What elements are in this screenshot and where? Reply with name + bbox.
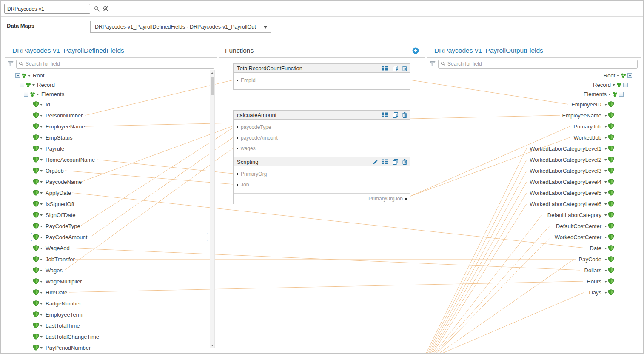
connector-dot[interactable]: [237, 126, 238, 128]
chevron-down-icon[interactable]: [604, 126, 607, 128]
collapse-icon[interactable]: [619, 92, 624, 97]
chevron-down-icon[interactable]: [604, 159, 607, 161]
chevron-down-icon[interactable]: [40, 137, 43, 139]
field-row[interactable]: HireDate: [5, 287, 217, 298]
field-row[interactable]: DefaultCostCenter: [427, 220, 641, 231]
chevron-down-icon[interactable]: [40, 203, 43, 205]
view-steps-icon[interactable]: [382, 159, 388, 164]
field-row[interactable]: SignOffDate: [5, 209, 217, 220]
connector-dot[interactable]: [405, 198, 407, 200]
component-search-input[interactable]: [4, 4, 90, 14]
field-row[interactable]: Payrule: [5, 143, 217, 154]
field-row[interactable]: PayPeriodNumber: [5, 342, 217, 352]
field-row[interactable]: PersonNumber: [5, 110, 217, 121]
field-row[interactable]: WageAdd: [5, 243, 217, 254]
field-row[interactable]: LastTotalTime: [5, 320, 217, 331]
chevron-down-icon[interactable]: [37, 94, 39, 95]
chevron-down-icon[interactable]: [604, 214, 607, 216]
chevron-down-icon[interactable]: [40, 226, 43, 227]
connector-dot[interactable]: [237, 184, 238, 186]
field-row[interactable]: WorkedLaborCategoryLevel4: [427, 176, 641, 187]
filter-icon[interactable]: [430, 61, 436, 67]
field-row[interactable]: WageMultiplier: [5, 276, 217, 287]
search-icon[interactable]: [93, 5, 101, 13]
output-search-input[interactable]: [447, 61, 635, 67]
view-steps-icon[interactable]: [382, 66, 388, 71]
chevron-down-icon[interactable]: [40, 126, 43, 128]
tree-group-record[interactable]: Record: [5, 80, 217, 89]
chevron-down-icon[interactable]: [40, 248, 43, 249]
field-row[interactable]: JobTransfer: [5, 254, 217, 265]
collapse-icon[interactable]: [24, 92, 28, 97]
field-row[interactable]: WorkedLaborCategoryLevel1: [427, 143, 641, 154]
field-row[interactable]: Id: [5, 99, 217, 110]
chevron-down-icon[interactable]: [604, 137, 607, 139]
function-input[interactable]: paycodeType: [234, 122, 410, 132]
collapse-icon[interactable]: [623, 83, 628, 87]
collapse-icon[interactable]: [627, 73, 632, 78]
tree-group-elements[interactable]: Elements: [5, 89, 217, 99]
function-input[interactable]: PrimaryOrg: [234, 168, 410, 179]
view-steps-icon[interactable]: [382, 112, 388, 117]
tree-group-record[interactable]: Record: [427, 80, 641, 89]
chevron-down-icon[interactable]: [604, 148, 607, 150]
scroll-down-button[interactable]: [210, 343, 214, 348]
scroll-up-button[interactable]: [210, 70, 214, 76]
chevron-down-icon[interactable]: [40, 336, 43, 338]
edit-function-icon[interactable]: [373, 159, 378, 165]
function-input[interactable]: paycodeAmount: [234, 132, 410, 143]
chevron-down-icon[interactable]: [604, 237, 607, 238]
field-row[interactable]: PayCode: [427, 254, 641, 265]
field-row[interactable]: WorkedJob: [427, 132, 641, 143]
add-function-icon[interactable]: [412, 47, 419, 54]
field-row[interactable]: EmployeeName: [5, 121, 217, 132]
chevron-down-icon[interactable]: [604, 259, 607, 260]
chevron-down-icon[interactable]: [40, 259, 43, 260]
field-row[interactable]: WorkedCostCenter: [427, 231, 641, 243]
field-row[interactable]: ApplyDate: [5, 187, 217, 198]
tree-group-root[interactable]: Root: [427, 71, 641, 80]
field-row[interactable]: PayCodeAmount: [5, 231, 217, 243]
connector-dot[interactable]: [237, 148, 238, 149]
field-row[interactable]: IsSignedOff: [5, 198, 217, 209]
copy-function-icon[interactable]: [393, 159, 398, 165]
field-row[interactable]: Hours: [427, 276, 641, 287]
chevron-down-icon[interactable]: [604, 192, 607, 194]
chevron-down-icon[interactable]: [40, 347, 43, 349]
chevron-down-icon[interactable]: [604, 104, 607, 106]
filter-icon[interactable]: [8, 61, 14, 67]
scrollbar-thumb[interactable]: [211, 77, 214, 95]
chevron-down-icon[interactable]: [604, 292, 607, 294]
data-map-select[interactable]: DRPaycodes-v1_PayrollDefinedFields - DRP…: [90, 21, 271, 33]
chevron-down-icon[interactable]: [604, 170, 607, 172]
chevron-down-icon[interactable]: [40, 148, 43, 150]
chevron-down-icon[interactable]: [40, 314, 43, 316]
chevron-down-icon[interactable]: [40, 192, 43, 194]
collapse-icon[interactable]: [15, 73, 20, 78]
tree-group-elements[interactable]: Elements: [427, 89, 641, 99]
chevron-down-icon[interactable]: [40, 115, 43, 117]
field-row[interactable]: PayCodeType: [5, 220, 217, 231]
chevron-down-icon[interactable]: [604, 248, 607, 249]
chevron-down-icon[interactable]: [613, 84, 615, 86]
chevron-down-icon[interactable]: [40, 159, 43, 161]
field-row[interactable]: Dollars: [427, 265, 641, 276]
field-row[interactable]: EmployeeName: [427, 110, 641, 121]
copy-function-icon[interactable]: [393, 112, 398, 118]
field-row[interactable]: PaycodeName: [5, 176, 217, 187]
source-tree-scrollbar[interactable]: [210, 70, 215, 348]
field-row[interactable]: WorkedLaborCategoryLevel6: [427, 198, 641, 209]
chevron-down-icon[interactable]: [40, 214, 43, 216]
field-row[interactable]: WorkedLaborCategoryLevel2: [427, 154, 641, 165]
chevron-down-icon[interactable]: [604, 181, 607, 183]
chevron-down-icon[interactable]: [617, 75, 619, 77]
field-row[interactable]: HomeAccountName: [5, 154, 217, 165]
chevron-down-icon[interactable]: [40, 237, 43, 238]
chevron-down-icon[interactable]: [40, 303, 43, 305]
delete-function-icon[interactable]: [402, 159, 407, 165]
field-row[interactable]: EmployeeTerm: [5, 309, 217, 320]
field-row[interactable]: WorkedLaborCategoryLevel3: [427, 165, 641, 176]
connector-dot[interactable]: [237, 173, 238, 175]
chevron-down-icon[interactable]: [40, 170, 43, 172]
connector-dot[interactable]: [237, 80, 238, 81]
